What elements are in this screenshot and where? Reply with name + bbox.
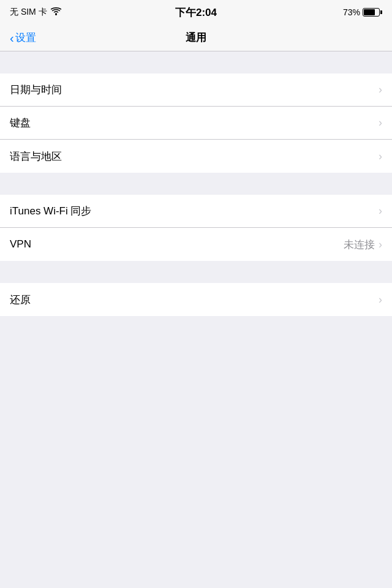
status-right: 73% — [343, 7, 382, 17]
section-datetime-keyboard-language: 日期与时间 › 键盘 › 语言与地区 › — [0, 74, 392, 173]
reset-label: 还原 — [10, 293, 31, 307]
section-gap-2 — [0, 173, 392, 195]
status-bar: 无 SIM 卡 下午2:04 73% — [0, 0, 392, 24]
section-reset: 还原 › — [0, 283, 392, 316]
keyboard-label: 键盘 — [10, 116, 31, 130]
section-gap-top — [0, 51, 392, 74]
status-left: 无 SIM 卡 — [10, 7, 61, 18]
back-chevron-icon: ‹ — [10, 32, 14, 44]
chevron-right-icon: › — [379, 116, 382, 129]
list-item-vpn[interactable]: VPN 未连接 › — [0, 228, 392, 261]
chevron-right-icon: › — [379, 150, 382, 163]
list-item-itunes-wifi[interactable]: iTunes Wi-Fi 同步 › — [0, 195, 392, 228]
list-item-keyboard[interactable]: 键盘 › — [0, 107, 392, 140]
vpn-label: VPN — [10, 238, 31, 251]
list-item-reset[interactable]: 还原 › — [0, 283, 392, 316]
chevron-right-icon: › — [379, 83, 382, 96]
nav-bar: ‹ 设置 通用 — [0, 24, 392, 51]
itunes-wifi-label: iTunes Wi-Fi 同步 — [10, 204, 92, 218]
list-item-language[interactable]: 语言与地区 › — [0, 140, 392, 173]
chevron-right-icon: › — [379, 205, 382, 217]
back-label: 设置 — [15, 31, 36, 45]
status-time: 下午2:04 — [175, 6, 217, 20]
language-label: 语言与地区 — [10, 149, 62, 164]
bottom-gap — [0, 316, 392, 439]
page-title: 通用 — [186, 31, 206, 45]
back-button[interactable]: ‹ 设置 — [5, 31, 41, 45]
section-gap-3 — [0, 261, 392, 283]
chevron-right-icon: › — [379, 293, 382, 306]
datetime-label: 日期与时间 — [10, 83, 62, 97]
list-item-datetime[interactable]: 日期与时间 › — [0, 74, 392, 107]
chevron-right-icon: › — [379, 238, 382, 251]
battery-icon — [363, 8, 382, 17]
wifi-icon — [51, 7, 61, 17]
carrier-text: 无 SIM 卡 — [10, 7, 47, 18]
section-itunes-vpn: iTunes Wi-Fi 同步 › VPN 未连接 › — [0, 195, 392, 261]
battery-percent: 73% — [343, 7, 360, 17]
svg-point-0 — [55, 13, 57, 15]
vpn-status: 未连接 — [344, 238, 375, 252]
